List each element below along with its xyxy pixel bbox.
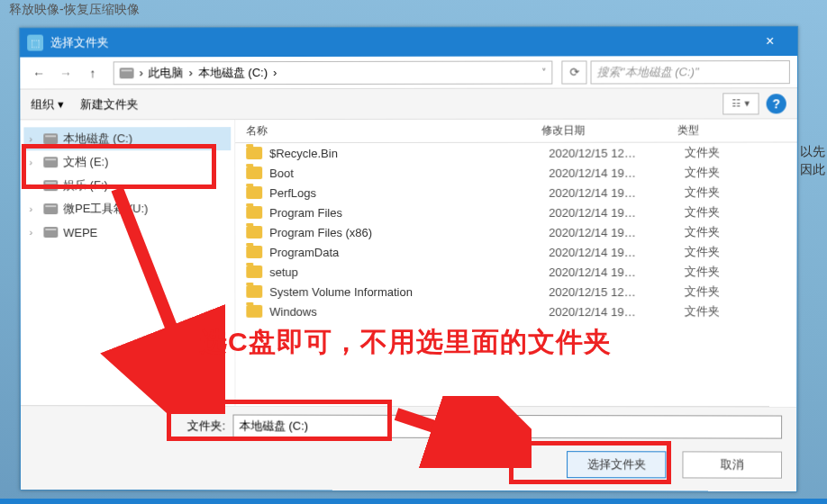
file-row[interactable]: Program Files (x86)2020/12/14 19…文件夹 [235, 222, 796, 242]
folder-icon [246, 147, 262, 159]
breadcrumb-sep: › [189, 66, 193, 79]
folder-icon [246, 166, 262, 179]
file-date: 2020/12/14 19… [549, 266, 685, 279]
file-row[interactable]: ProgramData2020/12/14 19…文件夹 [235, 242, 796, 262]
file-type: 文件夹 [685, 165, 720, 181]
file-date: 2020/12/14 19… [549, 305, 685, 319]
drive-icon [120, 68, 134, 78]
folder-icon [246, 266, 262, 278]
file-name: Boot [269, 166, 549, 179]
folder-icon [246, 305, 262, 318]
back-button[interactable]: ← [27, 61, 50, 85]
folder-icon [246, 226, 262, 238]
column-header-type[interactable]: 类型 [677, 119, 797, 141]
address-dropdown-icon[interactable]: ˅ [541, 68, 546, 77]
file-date: 2020/12/14 19… [549, 225, 685, 238]
outer-window-bottom-border [0, 499, 827, 504]
file-type: 文件夹 [685, 284, 720, 300]
breadcrumb-drive[interactable]: 本地磁盘 (C:) [198, 65, 268, 81]
file-name: Windows [269, 304, 549, 318]
chevron-right-icon: › [30, 227, 39, 238]
file-type: 文件夹 [685, 184, 720, 201]
file-name: PerfLogs [269, 185, 549, 199]
file-row[interactable]: Windows2020/12/14 19…文件夹 [235, 302, 796, 321]
refresh-button[interactable]: ⟳ [561, 60, 586, 84]
file-date: 2020/12/14 19… [549, 185, 685, 199]
breadcrumb-sep: › [273, 66, 277, 79]
close-button[interactable]: × [750, 27, 790, 56]
side-truncated-text: 以先 因此 [800, 142, 825, 178]
side-text-line1: 以先 [800, 142, 825, 160]
search-input[interactable]: 搜索"本地磁盘 (C:)" [591, 60, 790, 84]
toolbar: 组织 ▾ 新建文件夹 ☷ ▾ ? [20, 88, 797, 120]
file-date: 2020/12/15 12… [549, 285, 685, 299]
file-name: $Recycle.Bin [269, 146, 549, 159]
file-row[interactable]: Program Files2020/12/14 19…文件夹 [235, 202, 796, 222]
file-date: 2020/12/14 19… [549, 166, 685, 179]
file-type: 文件夹 [685, 303, 720, 320]
file-name: System Volume Information [269, 284, 549, 298]
column-header-date[interactable]: 修改日期 [541, 120, 677, 142]
chevron-right-icon: › [29, 203, 38, 214]
view-options-button[interactable]: ☷ ▾ [722, 93, 759, 114]
file-type: 文件夹 [685, 145, 720, 161]
address-bar[interactable]: › 此电脑 › 本地磁盘 (C:) › ˅ [114, 60, 553, 85]
new-folder-button[interactable]: 新建文件夹 [80, 96, 139, 112]
file-type: 文件夹 [685, 224, 720, 240]
drive-icon [43, 133, 58, 144]
breadcrumb-sep: › [140, 66, 143, 79]
annotation-highlight-select-button [509, 441, 671, 484]
file-name: setup [269, 265, 549, 278]
folder-icon [246, 186, 262, 199]
file-name: Program Files [269, 205, 549, 219]
organize-menu[interactable]: 组织 ▾ [31, 96, 63, 112]
up-button[interactable]: ↑ [81, 61, 105, 85]
help-button[interactable]: ? [767, 94, 786, 113]
chevron-right-icon: › [29, 133, 38, 144]
file-type: 文件夹 [685, 264, 720, 280]
file-row[interactable]: System Volume Information2020/12/15 12…文… [235, 282, 796, 302]
annotation-arrow-1 [63, 180, 225, 414]
column-header-name[interactable]: 名称 [235, 120, 541, 142]
cancel-button[interactable]: 取消 [682, 451, 782, 478]
file-date: 2020/12/15 12… [549, 146, 685, 159]
folder-icon [246, 246, 262, 258]
dialog-title: 选择文件夹 [50, 34, 109, 50]
forward-button[interactable]: → [54, 61, 77, 85]
file-row[interactable]: setup2020/12/14 19…文件夹 [235, 262, 796, 282]
column-headers: 名称 修改日期 类型 [235, 119, 797, 143]
file-row[interactable]: PerfLogs2020/12/14 19…文件夹 [235, 183, 796, 202]
breadcrumb-root[interactable]: 此电脑 [149, 65, 184, 81]
file-list: 名称 修改日期 类型 $Recycle.Bin2020/12/15 12…文件夹… [235, 119, 797, 408]
file-type: 文件夹 [685, 204, 720, 220]
side-text-line2: 因此 [800, 160, 825, 178]
file-type: 文件夹 [685, 244, 720, 260]
file-row[interactable]: $Recycle.Bin2020/12/15 12…文件夹 [235, 143, 797, 164]
annotation-text: 选C盘即可，不用选里面的文件夹 [200, 324, 612, 361]
file-date: 2020/12/14 19… [549, 246, 685, 259]
dialog-titlebar: ⬚ 选择文件夹 × [20, 27, 797, 58]
folder-icon [246, 206, 262, 219]
drive-icon [43, 227, 58, 238]
file-row[interactable]: Boot2020/12/14 19…文件夹 [235, 163, 797, 183]
nav-bar: ← → ↑ › 此电脑 › 本地磁盘 (C:) › ˅ ⟳ 搜索"本地磁盘 (C… [20, 56, 797, 89]
outer-window-title: 释放映像-恢复压缩映像 [9, 2, 140, 18]
folder-icon [246, 285, 262, 298]
file-name: ProgramData [269, 245, 549, 258]
dialog-icon: ⬚ [27, 35, 43, 51]
search-placeholder: 搜索"本地磁盘 (C:)" [597, 64, 699, 80]
drive-icon [43, 203, 58, 214]
file-name: Program Files (x86) [269, 225, 549, 238]
annotation-arrow-2 [387, 396, 532, 468]
file-date: 2020/12/14 19… [549, 205, 685, 219]
